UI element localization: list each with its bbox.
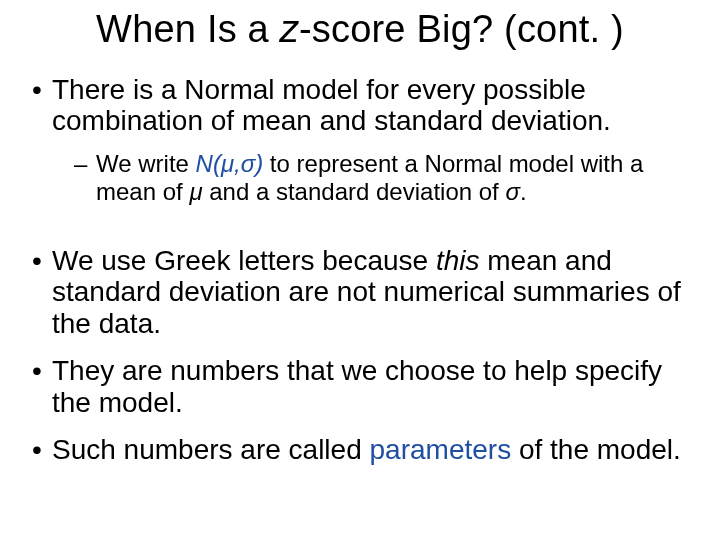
sub-bullet-1: We write N(μ,σ) to represent a Normal mo… <box>74 150 692 205</box>
spacer <box>52 221 692 229</box>
slide-container: When Is a z-score Big? (cont. ) There is… <box>0 0 720 540</box>
bullet-1-text: There is a Normal model for every possib… <box>52 74 611 136</box>
normal-notation: N(μ,σ) <box>196 150 264 177</box>
sub1-c: and a standard deviation of <box>203 178 506 205</box>
b4-a: Such numbers are called <box>52 434 370 465</box>
b2-this: this <box>436 245 480 276</box>
title-part-a: When Is a <box>96 8 280 50</box>
bullet-2: We use Greek letters because this mean a… <box>28 245 692 339</box>
bullet-1: There is a Normal model for every possib… <box>28 74 692 229</box>
title-z: z <box>280 8 299 50</box>
b3-text: They are numbers that we choose to help … <box>52 355 662 417</box>
b4-b: of the model. <box>511 434 681 465</box>
sub1-a: We write <box>96 150 196 177</box>
parameters-word: parameters <box>370 434 512 465</box>
bullet-list: There is a Normal model for every possib… <box>28 74 692 466</box>
title-part-b: -score Big? (cont. ) <box>299 8 624 50</box>
bullet-3: They are numbers that we choose to help … <box>28 355 692 418</box>
mu-symbol: μ <box>189 178 202 205</box>
bullet-4: Such numbers are called parameters of th… <box>28 434 692 465</box>
b2-a: We use Greek letters because <box>52 245 436 276</box>
sigma-symbol: σ <box>505 178 519 205</box>
sub-list-1: We write N(μ,σ) to represent a Normal mo… <box>74 150 692 205</box>
slide-title: When Is a z-score Big? (cont. ) <box>28 8 692 52</box>
sub1-d: . <box>520 178 527 205</box>
